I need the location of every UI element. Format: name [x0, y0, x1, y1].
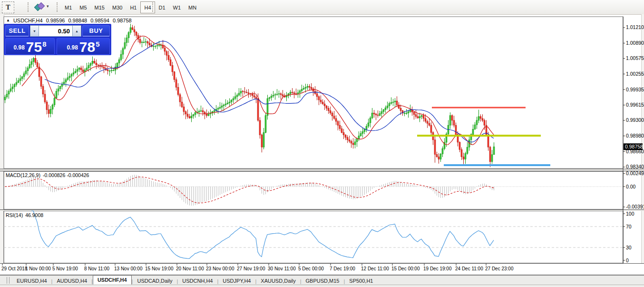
- price-axis-label: 0.99300: [626, 117, 644, 123]
- macd-axis-label: -0.003913: [626, 204, 644, 209]
- symbol-label: USDCHF,H4: [13, 18, 43, 23]
- rsi-axis-label: 0: [626, 257, 629, 263]
- price-axis-label: 0.98340: [626, 164, 644, 169]
- tab-xauusd-daily[interactable]: XAUUSD,Daily: [256, 277, 300, 285]
- rsi-value: 46.9008: [25, 212, 43, 218]
- volume-decrease-button[interactable]: ▼: [30, 26, 39, 36]
- buy-price-main: 78: [79, 41, 95, 53]
- tab-usdchf-h4[interactable]: USDCHF,H4: [93, 275, 132, 285]
- current-price-label: 0.98758: [625, 144, 643, 149]
- time-axis-label: 30 Nov 11:00: [268, 266, 296, 271]
- close-value: 0.98758: [113, 18, 132, 23]
- price-axis-label: 1.00575: [626, 55, 644, 61]
- tab-separator: |: [91, 278, 93, 284]
- sell-price-prefix: 0.98: [13, 44, 24, 51]
- time-axis-label: 1 Nov 00:00: [25, 266, 51, 271]
- macd-label: MACD(12,26,9): [6, 172, 40, 178]
- time-axis-label: 29 Oct 2018: [1, 266, 28, 271]
- time-axis-label: 15 Dec 00:00: [391, 266, 420, 271]
- price-axis-label: 1.00255: [626, 71, 644, 77]
- price-axis-label: 1.01210: [626, 24, 644, 30]
- sell-price-main: 75: [26, 41, 42, 53]
- time-axis-label: 19 Dec 19:00: [423, 266, 452, 271]
- rsi-axis-label: 100: [626, 211, 634, 217]
- tab-usdcad-daily[interactable]: USDCAD,Daily: [133, 277, 176, 285]
- price-axis-label: 1.00890: [626, 40, 644, 46]
- macd-axis-label: 0.00: [626, 184, 636, 189]
- sell-button[interactable]: SELL: [5, 25, 29, 37]
- chart-tab-bar: EURUSD,H4|AUDUSD,H4|USDCHF,H4|USDCAD,Dai…: [0, 275, 644, 285]
- mt4-window: T ▾ M1M5M15M30H1H4D1W1MN 1.012101.008901…: [0, 0, 644, 287]
- rsi-axis-label: 30: [626, 245, 632, 250]
- volume-stepper: ▼ 0.50 ▲: [30, 25, 81, 37]
- buy-price-pip: 5: [96, 40, 99, 48]
- high-value: 0.98848: [68, 18, 87, 23]
- rsi-label: RSI(14): [6, 212, 23, 218]
- tab-separator: |: [255, 278, 256, 284]
- open-value: 0.98596: [46, 18, 65, 23]
- tab-separator: |: [176, 278, 178, 284]
- time-axis-label: 5 Nov 19:00: [52, 266, 78, 271]
- rsi-panel[interactable]: [4, 211, 623, 263]
- rsi-axis-label: 70: [626, 224, 632, 229]
- tab-separator: |: [343, 278, 345, 284]
- time-axis-label: 15 Nov 19:00: [145, 266, 174, 271]
- tab-sp500-h1[interactable]: SP500,H1: [345, 277, 377, 285]
- tabbar-grip: [7, 277, 10, 284]
- sell-price-tile[interactable]: 0.98 75 8: [5, 38, 55, 55]
- macd-axis-label: 0.002492: [626, 170, 644, 176]
- low-value: 0.98594: [90, 18, 109, 23]
- tab-separator: |: [217, 278, 218, 284]
- volume-input[interactable]: 0.50: [39, 26, 72, 36]
- volume-increase-button[interactable]: ▲: [72, 26, 81, 36]
- time-axis-label: 27 Dec 23:00: [485, 266, 514, 271]
- buy-price-tile[interactable]: 0.98 78 5: [57, 38, 110, 55]
- tab-usdjpy-h4[interactable]: USDJPY,H4: [218, 277, 255, 285]
- buy-button[interactable]: BUY: [82, 25, 110, 37]
- time-axis-label: 27 Nov 19:00: [237, 266, 265, 271]
- tab-usdcnh-h4[interactable]: USDCNH,H4: [178, 277, 217, 285]
- direction-arrow-icon: ▲: [6, 18, 10, 22]
- buy-price-prefix: 0.98: [67, 44, 78, 51]
- one-click-trading-panel: SELL ▼ 0.50 ▲ BUY 0.98 75 8 0.98 78 5: [4, 24, 111, 55]
- time-axis-label: 5 Dec 00:00: [298, 266, 324, 271]
- tab-separator: |: [300, 278, 302, 284]
- price-axis-label: 0.99935: [626, 87, 644, 92]
- tab-separator: |: [51, 278, 53, 284]
- time-axis-label: 12 Dec 11:00: [361, 266, 389, 271]
- time-axis-label: 13 Nov 00:00: [114, 266, 143, 271]
- macd-values: -0.000826 -0.000426: [43, 172, 89, 178]
- macd-header: MACD(12,26,9) -0.000826 -0.000426: [6, 172, 89, 178]
- price-axis-label: 0.99615: [626, 102, 644, 108]
- time-axis-label: 23 Nov 00:00: [206, 266, 234, 271]
- tab-audusd-h4[interactable]: AUDUSD,H4: [52, 277, 91, 285]
- sell-price-pip: 8: [42, 40, 46, 48]
- rsi-header: RSI(14) 46.9008: [6, 212, 43, 218]
- chart-ohlc-header: ▲ USDCHF,H4 0.98596 0.98848 0.98594 0.98…: [6, 18, 132, 23]
- time-axis-label: 20 Nov 11:00: [176, 266, 204, 271]
- tab-eurusd-h4[interactable]: EURUSD,H4: [12, 277, 51, 285]
- macd-panel[interactable]: [4, 171, 623, 209]
- price-axis-label: 0.98980: [626, 133, 644, 139]
- time-axis-label: 7 Dec 19:00: [330, 266, 355, 271]
- time-axis-label: 24 Dec 11:00: [455, 266, 483, 271]
- tab-separator: |: [132, 278, 133, 284]
- bottom-window-edge: [0, 285, 644, 287]
- tab-gbpusd-m15[interactable]: GBPUSD,M15: [302, 277, 344, 285]
- time-axis-label: 8 Nov 11:00: [84, 266, 110, 271]
